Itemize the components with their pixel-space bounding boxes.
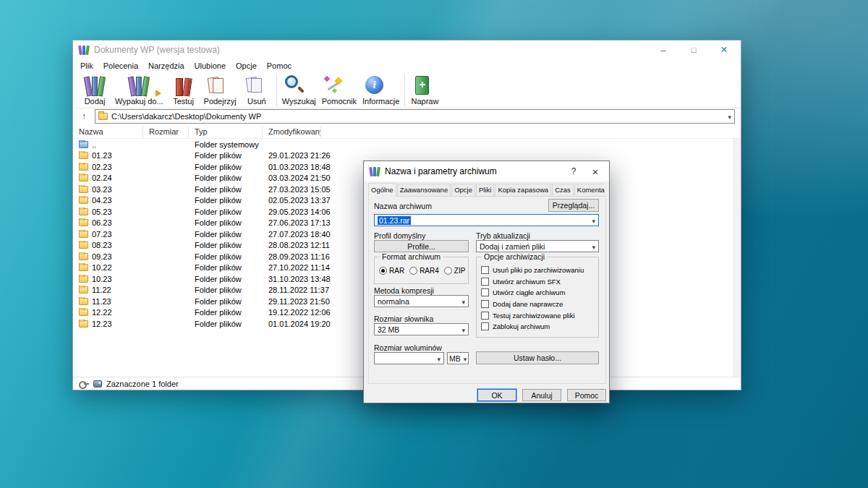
main-titlebar[interactable]: Dokumenty WP (wersja testowa)	[73, 40, 741, 59]
checkbox-dodaj-dane-naprawcze[interactable]: Dodaj dane naprawcze	[481, 299, 596, 310]
chevron-down-icon	[589, 216, 595, 225]
tab-og-lne[interactable]: Ogólne	[368, 183, 396, 197]
search-icon	[282, 74, 316, 97]
checkbox-label: Zablokuj archiwum	[493, 322, 550, 330]
vertical-scrollbar[interactable]	[733, 139, 741, 377]
file-name-cell: 11.23	[73, 297, 143, 306]
folder-icon	[79, 163, 88, 171]
menu-opcje[interactable]: Opcje	[231, 61, 262, 71]
profiles-button[interactable]: Profile...	[374, 240, 469, 252]
file-type: Folder plików	[189, 241, 263, 249]
format-group: Format archiwum RARRAR4ZIP	[374, 257, 469, 284]
column-header-filler	[321, 127, 741, 138]
set-password-button[interactable]: Ustaw hasło...	[476, 351, 599, 364]
menu-polecenia[interactable]: Polecenia	[98, 61, 143, 71]
view-file-icon	[204, 74, 237, 97]
folder-icon	[79, 309, 88, 316]
dialog-titlebar[interactable]: Nazwa i parametry archiwum	[364, 161, 609, 181]
checkbox-usu-pliki-po-zarchiwizowaniu[interactable]: Usuń pliki po zarchiwizowaniu	[481, 265, 596, 276]
toolbar-separator	[404, 75, 405, 106]
radio-rar[interactable]: RAR	[379, 267, 404, 275]
file-name: 05.23	[92, 207, 112, 216]
toolbar-label: Usuń	[242, 97, 271, 106]
folder-icon	[79, 320, 88, 328]
tab-czas[interactable]: Czas	[552, 184, 574, 197]
radio-zip[interactable]: ZIP	[444, 267, 466, 275]
menu-ulubione[interactable]: Ulubione	[190, 61, 231, 71]
toolbar-podejrzyj[interactable]: Podejrzyj	[201, 74, 239, 106]
file-name-cell: 02.24	[73, 174, 143, 182]
toolbar-dodaj[interactable]: Dodaj	[77, 74, 112, 106]
toolbar-usu[interactable]: Usuń	[239, 74, 274, 106]
archive-options: Usuń pliki po zarchiwizowaniuUtwórz arch…	[477, 257, 598, 333]
toolbar-separator	[276, 75, 277, 106]
chevron-down-icon	[461, 354, 467, 363]
tab-opcje[interactable]: Opcje	[451, 184, 475, 197]
dictionary-select[interactable]: 32 MB	[374, 323, 469, 335]
update-mode-value: Dodaj i zamień pliki	[480, 242, 545, 251]
volume-unit-select[interactable]: MB	[447, 352, 469, 364]
radio-rar4[interactable]: RAR4	[409, 267, 439, 275]
toolbar-testuj[interactable]: Testuj	[166, 74, 201, 106]
help-button[interactable]: Pomoc	[567, 389, 606, 401]
file-name-cell: ..	[73, 140, 143, 149]
menu-narz-dzia[interactable]: Narzędzia	[143, 61, 190, 71]
up-button[interactable]	[76, 110, 92, 124]
toolbar-napraw[interactable]: Napraw	[407, 74, 442, 106]
cancel-button[interactable]: Anuluj	[522, 389, 561, 401]
column-header-rozmiar[interactable]: Rozmiar	[143, 127, 189, 138]
tab-pliki[interactable]: Pliki	[476, 184, 494, 197]
file-row-parent[interactable]: ..Folder systemowy	[73, 139, 741, 150]
toolbar-label: Podejrzyj	[204, 97, 237, 106]
toolbar-pomocnik[interactable]: Pomocnik	[319, 74, 359, 106]
file-row-01-23[interactable]: 01.23Folder plików29.01.2023 21:26	[73, 150, 741, 162]
column-header-typ[interactable]: Typ	[189, 127, 263, 138]
checkbox-zablokuj-archiwum[interactable]: Zablokuj archiwum	[481, 321, 596, 333]
address-combo[interactable]: C:\Users\dakarcz\Desktop\Dokumenty WP	[95, 109, 735, 124]
volume-size-label: Rozmiar woluminów	[374, 343, 442, 352]
maximize-button[interactable]	[678, 40, 709, 59]
folder-icon	[79, 275, 88, 283]
archive-parameters-dialog: Nazwa i parametry archiwum OgólneZaawans…	[363, 160, 610, 403]
close-button[interactable]	[709, 40, 739, 59]
checkbox-testuj-zarchiwizowane-pliki[interactable]: Testuj zarchiwizowane pliki	[481, 309, 596, 321]
toolbar-wypakuj-do[interactable]: Wypakuj do...	[112, 74, 166, 106]
toolbar: DodajWypakuj do...TestujPodejrzyjUsuńWys…	[73, 72, 741, 108]
file-name-cell: 10.22	[73, 263, 143, 272]
toolbar-informacje[interactable]: iInformacje	[359, 74, 402, 106]
ok-button[interactable]: OK	[477, 389, 516, 401]
folder-icon	[79, 298, 88, 305]
desktop: Dokumenty WP (wersja testowa) PlikPolece…	[0, 0, 868, 488]
key-icon	[79, 380, 89, 387]
menu-pomoc[interactable]: Pomoc	[262, 61, 297, 71]
update-mode-select[interactable]: Dodaj i zamień pliki	[476, 240, 599, 252]
button-label: Pomoc	[575, 391, 599, 400]
file-name-cell: 04.23	[73, 196, 143, 205]
menu-plik[interactable]: Plik	[75, 61, 98, 71]
toolbar-label: Wypakuj do...	[115, 97, 163, 106]
checkbox-utw-rz-ci-g-e-archiwum[interactable]: Utwórz ciągłe archiwum	[481, 287, 596, 299]
window-title: Dokumenty WP (wersja testowa)	[94, 45, 220, 55]
browse-button[interactable]: Przeglądaj...	[548, 199, 599, 212]
column-header-nazwa[interactable]: Nazwa	[73, 127, 143, 138]
tab-zaawansowane[interactable]: Zaawansowane	[397, 184, 451, 197]
disk-icon	[93, 380, 102, 388]
dialog-controls	[563, 161, 606, 181]
checkbox-utw-rz-archiwum-sfx[interactable]: Utwórz archiwum SFX	[481, 276, 596, 288]
radio-zip-control	[444, 267, 452, 275]
column-header-zmodyfikowany[interactable]: Zmodyfikowany	[263, 127, 321, 138]
file-name: 04.23	[92, 196, 112, 205]
file-name-cell: 01.23	[73, 151, 143, 160]
chevron-down-icon	[434, 354, 441, 363]
toolbar-wyszukaj[interactable]: Wyszukaj	[279, 74, 319, 106]
archive-name-input[interactable]: 01.23.rar	[374, 214, 599, 226]
volume-size-input[interactable]	[374, 352, 444, 364]
checkbox-label: Dodaj dane naprawcze	[493, 300, 563, 308]
file-name: 07.23	[92, 230, 112, 239]
dialog-help-button[interactable]	[563, 161, 584, 181]
dialog-close-button[interactable]	[584, 161, 606, 181]
compression-select[interactable]: normalna	[374, 295, 469, 307]
tab-kopia-zapasowa[interactable]: Kopia zapasowa	[495, 184, 551, 197]
minimize-button[interactable]	[648, 40, 678, 59]
tab-komentarz[interactable]: Komentarz	[574, 184, 605, 197]
